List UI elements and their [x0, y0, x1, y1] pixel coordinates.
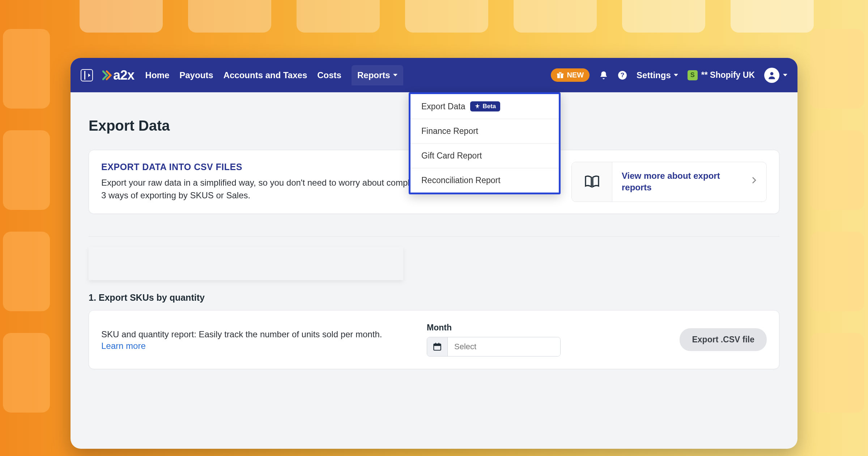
view-more-link[interactable]: View more about export reports	[612, 170, 766, 194]
export-description: SKU and quantity report: Easily track th…	[101, 328, 412, 341]
beta-badge: Beta	[470, 101, 500, 111]
calendar-icon[interactable]	[427, 337, 448, 356]
view-more-label: View more about export reports	[622, 170, 751, 194]
dropdown-item-label: Reconciliation Report	[421, 176, 501, 185]
nav-reports[interactable]: Reports	[352, 65, 403, 85]
panel-toggle-icon[interactable]	[81, 69, 93, 81]
svg-rect-8	[435, 343, 436, 345]
nav-costs[interactable]: Costs	[317, 70, 341, 80]
svg-text:?: ?	[621, 71, 625, 79]
dropdown-item-export-data[interactable]: Export Data Beta	[410, 94, 559, 119]
logo-chevrons-icon	[102, 70, 112, 81]
chevron-right-icon	[751, 176, 757, 187]
learn-more-link[interactable]: Learn more	[101, 341, 146, 351]
view-more-card: View more about export reports	[571, 162, 767, 202]
nav-accounts-taxes[interactable]: Accounts and Taxes	[224, 70, 307, 80]
avatar-icon	[764, 68, 779, 83]
reports-dropdown: Export Data Beta Finance Report Gift Car…	[409, 92, 561, 194]
settings-link[interactable]: Settings	[637, 70, 678, 80]
notifications-icon[interactable]	[599, 71, 608, 80]
chevron-down-icon	[674, 74, 678, 76]
dropdown-item-label: Gift Card Report	[421, 151, 482, 161]
shopify-icon: S	[688, 70, 698, 80]
settings-label: Settings	[637, 70, 671, 80]
dropdown-item-label: Finance Report	[421, 126, 478, 136]
divider	[89, 236, 779, 237]
main-nav: Home Payouts Accounts and Taxes Costs Re…	[145, 65, 403, 85]
month-input-wrap	[427, 337, 561, 356]
help-icon[interactable]: ?	[618, 71, 627, 80]
month-field-group: Month	[427, 323, 561, 356]
placeholder-block	[89, 247, 403, 280]
new-badge[interactable]: NEW	[551, 68, 590, 82]
app-window: a2x Home Payouts Accounts and Taxes Cost…	[71, 58, 797, 449]
brand-logo[interactable]: a2x	[102, 68, 135, 83]
section-1-heading: 1. Export SKUs by quantity	[89, 292, 779, 303]
new-badge-text: NEW	[567, 71, 584, 79]
sparkle-icon	[475, 104, 480, 109]
beta-badge-text: Beta	[482, 103, 496, 110]
export-csv-button[interactable]: Export .CSV file	[680, 328, 767, 351]
export-skus-card: SKU and quantity report: Easily track th…	[89, 310, 779, 369]
topbar-right: NEW ? Settings S ** Shopify UK	[551, 68, 787, 83]
user-menu[interactable]	[764, 68, 787, 83]
topbar: a2x Home Payouts Accounts and Taxes Cost…	[71, 58, 797, 92]
store-name: ** Shopify UK	[701, 70, 755, 80]
nav-payouts[interactable]: Payouts	[179, 70, 213, 80]
nav-home[interactable]: Home	[145, 70, 170, 80]
month-label: Month	[427, 323, 561, 333]
dropdown-item-gift-card-report[interactable]: Gift Card Report	[410, 144, 559, 168]
svg-rect-7	[434, 344, 441, 346]
chevron-down-icon	[783, 74, 787, 76]
svg-rect-2	[560, 73, 561, 78]
month-input[interactable]	[448, 337, 560, 356]
gift-icon	[557, 72, 564, 79]
store-switcher[interactable]: S ** Shopify UK	[688, 70, 755, 80]
chevron-down-icon	[393, 74, 397, 76]
svg-rect-9	[438, 343, 439, 345]
svg-point-5	[770, 72, 774, 75]
dropdown-item-reconciliation-report[interactable]: Reconciliation Report	[410, 168, 559, 193]
book-icon	[572, 162, 612, 202]
dropdown-item-finance-report[interactable]: Finance Report	[410, 119, 559, 144]
nav-reports-label: Reports	[357, 70, 390, 80]
brand-name: a2x	[113, 68, 135, 83]
dropdown-item-label: Export Data	[421, 102, 465, 111]
